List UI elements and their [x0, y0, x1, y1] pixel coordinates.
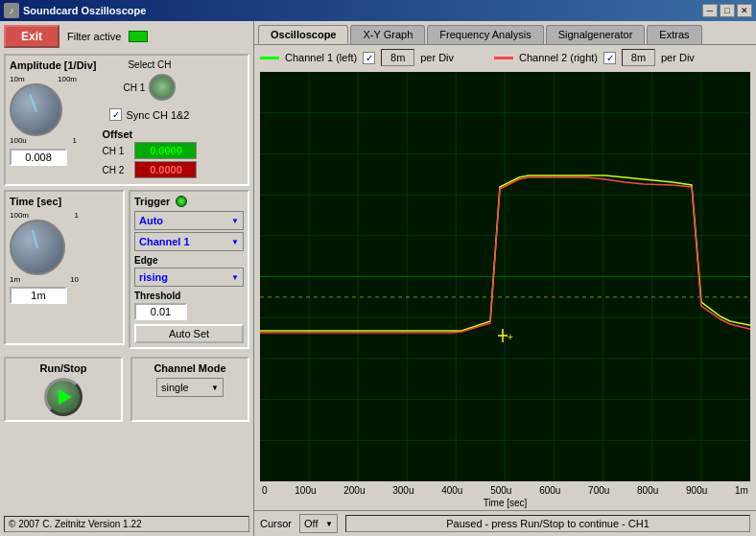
ch1-text: CH 1: [124, 82, 146, 93]
tab-oscilloscope[interactable]: Oscilloscope: [258, 25, 348, 44]
scope-display: +: [260, 72, 750, 481]
ch1-per-div-input[interactable]: [381, 49, 414, 66]
ch1-color-line: [260, 57, 279, 59]
time-axis-800u: 800u: [637, 485, 658, 496]
trigger-title: Trigger: [134, 196, 170, 207]
filter-indicator: [129, 31, 148, 42]
tab-xy-graph[interactable]: X-Y Graph: [350, 25, 425, 44]
ch2-color-line: [494, 57, 513, 59]
edge-label: Edge: [134, 255, 244, 266]
amplitude-section: Amplitude [1/Div] 10m 100m 100u: [4, 54, 249, 186]
sync-checkbox[interactable]: ✓: [109, 108, 122, 121]
ch2-checkbox[interactable]: ✓: [603, 52, 616, 64]
amplitude-knob[interactable]: [10, 83, 62, 136]
offset-title: Offset: [102, 128, 197, 140]
select-ch-label: Select CH: [128, 59, 171, 70]
tabs-bar: Oscilloscope X-Y Graph Frequency Analysi…: [254, 21, 756, 44]
channel-mode-dropdown[interactable]: single ▼: [156, 378, 224, 397]
exit-filter-row: Exit Filter active: [4, 25, 249, 48]
time-knob-label-tr: 1: [75, 211, 79, 220]
ch1-label: Channel 1 (left): [285, 52, 357, 63]
offset-ch2-label: CH 2: [102, 165, 130, 175]
time-value-input[interactable]: [10, 287, 67, 304]
amplitude-knob-label-bl: 100u: [10, 136, 27, 145]
svg-text:+: +: [508, 332, 513, 342]
ch2-label: Channel 2 (right): [519, 52, 598, 63]
channel-row: Channel 1 (left) ✓ per Div Channel 2 (ri…: [254, 44, 756, 70]
title-bar: ♪ Soundcard Oszilloscope ─ □ ✕: [0, 0, 756, 21]
time-section: Time [sec] 100m 1 1m 10: [4, 190, 125, 345]
time-knob-label-br: 10: [70, 275, 79, 284]
channel-mode-label: Channel Mode: [154, 362, 225, 374]
cursor-dropdown[interactable]: Off ▼: [299, 514, 338, 533]
time-axis-400u: 400u: [441, 485, 462, 496]
time-axis: 0 100u 200u 300u 400u 500u 600u 700u 800…: [254, 483, 756, 498]
time-axis-1m: 1m: [735, 485, 748, 496]
app-icon: ♪: [4, 3, 19, 18]
trigger-section: Trigger Auto ▼ Channel 1 ▼ Edge: [129, 190, 249, 349]
amplitude-knob-label-tl: 10m: [10, 75, 25, 83]
amplitude-title: Amplitude [1/Div]: [10, 59, 96, 71]
time-axis-500u: 500u: [490, 485, 511, 496]
copyright-bar: © 2007 C. Zeitnitz Version 1.22: [4, 516, 249, 532]
time-axis-100u: 100u: [295, 485, 316, 496]
offset-ch2-input[interactable]: [134, 161, 197, 178]
threshold-label: Threshold: [134, 291, 244, 301]
auto-set-button[interactable]: Auto Set: [134, 324, 244, 343]
scope-svg: +: [260, 72, 750, 481]
threshold-input[interactable]: [134, 303, 187, 320]
time-axis-unit: Time [sec]: [254, 498, 756, 510]
run-stop-section: Run/Stop: [4, 357, 123, 422]
run-stop-title: Run/Stop: [40, 362, 87, 374]
filter-label: Filter active: [67, 31, 121, 42]
play-icon: [59, 389, 72, 405]
time-title: Time [sec]: [10, 196, 119, 207]
maximize-button[interactable]: □: [720, 4, 735, 17]
time-axis-200u: 200u: [343, 485, 365, 496]
amplitude-knob-label-br: 1: [73, 136, 77, 145]
amplitude-value-input[interactable]: [10, 149, 67, 166]
time-knob-label-tl: 100m: [10, 211, 29, 220]
minimize-button[interactable]: ─: [702, 4, 718, 17]
time-axis-600u: 600u: [539, 485, 560, 496]
offset-ch1-input[interactable]: [134, 142, 197, 159]
time-knob[interactable]: [10, 220, 65, 275]
status-bar: Cursor Off ▼ Paused - press Run/Stop to …: [254, 510, 756, 536]
ch1-per-div-unit: per Div: [420, 52, 454, 63]
tab-frequency-analysis[interactable]: Frequency Analysis: [427, 25, 543, 44]
amplitude-knob-label-tr: 100m: [58, 75, 77, 83]
select-ch-area: Select CH CH 1 ✓ Sync CH 1&2 Offset CH 1: [102, 59, 197, 180]
tab-signal-generator[interactable]: Signalgenerator: [546, 25, 646, 44]
ch2-per-div-input[interactable]: [622, 49, 655, 66]
ch1-indicator[interactable]: [149, 74, 176, 101]
time-axis-0: 0: [262, 485, 268, 496]
time-knob-label-bl: 1m: [10, 275, 20, 284]
edge-dropdown[interactable]: rising ▼: [134, 268, 244, 287]
sync-label: Sync CH 1&2: [126, 109, 189, 121]
copyright-text: © 2007 C. Zeitnitz Version 1.22: [9, 519, 142, 529]
cursor-label: Cursor: [260, 518, 292, 529]
offset-ch1-label: CH 1: [102, 146, 130, 156]
window-title: Soundcard Oszilloscope: [23, 5, 146, 16]
tab-extras[interactable]: Extras: [647, 25, 701, 44]
trigger-active-indicator: [176, 196, 187, 207]
left-panel: Exit Filter active Amplitude [1/Div] 10m…: [0, 21, 254, 536]
time-axis-900u: 900u: [686, 485, 707, 496]
close-button[interactable]: ✕: [737, 4, 752, 17]
channel-mode-section: Channel Mode single ▼: [130, 357, 249, 422]
run-stop-button[interactable]: [44, 378, 83, 416]
ch2-per-div-unit: per Div: [661, 52, 695, 63]
time-axis-300u: 300u: [392, 485, 413, 496]
status-text: Paused - press Run/Stop to continue - CH…: [345, 515, 750, 532]
exit-button[interactable]: Exit: [4, 25, 59, 48]
time-axis-700u: 700u: [588, 485, 609, 496]
trigger-channel-dropdown[interactable]: Channel 1 ▼: [134, 232, 244, 251]
right-panel: Oscilloscope X-Y Graph Frequency Analysi…: [254, 21, 756, 536]
ch1-checkbox[interactable]: ✓: [363, 52, 375, 64]
trigger-auto-dropdown[interactable]: Auto ▼: [134, 211, 244, 230]
